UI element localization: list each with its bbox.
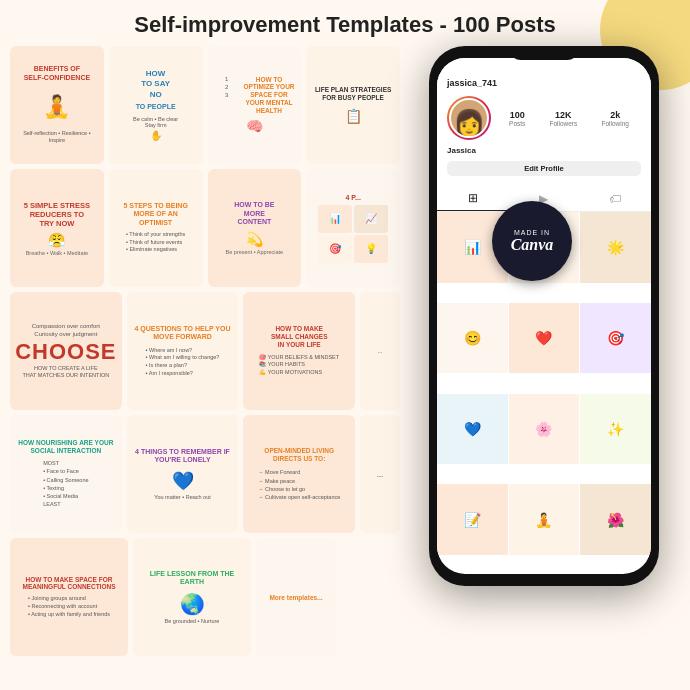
template-card-move-forward: 4 QUESTIONS TO HELP YOU MOVE FORWARD • W… [127, 292, 239, 410]
following-count-item: 2k Following [601, 110, 628, 127]
phone-section: jassica_741 👩 100 Posts [408, 46, 680, 661]
following-number: 2k [601, 110, 628, 120]
cards-row-2: 5 Simple StressREDUCERS TOTRY NOW 😤 Brea… [10, 169, 400, 287]
insta-post-10: 📝 [437, 484, 508, 555]
insta-post-11: 🧘 [509, 484, 580, 555]
posts-number: 100 [509, 110, 525, 120]
insta-post-8: 🌸 [509, 394, 580, 465]
choose-text: CHOOSE [15, 341, 116, 363]
insta-post-3: 🌟 [580, 212, 651, 283]
followers-label: Followers [549, 120, 577, 127]
template-card-life-lesson: LIFE LESSON FROM THE EARTH 🌏 Be grounded… [133, 538, 251, 656]
instagram-tab-grid[interactable]: ⊞ [437, 186, 508, 211]
template-card-be-optimist: 5 Steps to BeingMORE OF ANOPTIMIST • Thi… [109, 169, 203, 287]
instagram-avatar: 👩 [447, 96, 491, 140]
followers-number: 12K [549, 110, 577, 120]
insta-post-6: 🎯 [580, 303, 651, 374]
canva-badge: MADE IN Canva [492, 201, 572, 281]
posts-label: Posts [509, 120, 525, 127]
phone-screen: jassica_741 👩 100 Posts [437, 58, 651, 574]
instagram-stats-row: 👩 100 Posts 12K Followers [447, 96, 641, 140]
template-card-open-minded: OPEN-MINDED LIVING DIRECTS US TO: → Move… [243, 415, 355, 533]
cards-row-5: HOW TO MAKE SPACE FOR MEANINGFUL CONNECT… [10, 538, 400, 656]
cards-row-4: HOW NOURISHING ARE YOUR SOCIAL INTERACTI… [10, 415, 400, 533]
edit-profile-button[interactable]: Edit Profile [447, 161, 641, 176]
instagram-username: jassica_741 [447, 78, 641, 88]
template-card-partial-2: ... [360, 415, 400, 533]
template-card-partial: ... [360, 292, 400, 410]
template-card-optimize-space: 1 2 3 How to Optimize Your SPACE FOR YOU… [208, 46, 302, 164]
insta-post-12: 🌺 [580, 484, 651, 555]
template-card-small-changes: HOW TO MAKESMALL CHANGESIN YOUR LIFE 🎯 Y… [243, 292, 355, 410]
template-card-stress-reducers: 5 Simple StressREDUCERS TOTRY NOW 😤 Brea… [10, 169, 104, 287]
avatar-inner: 👩 [449, 98, 489, 138]
followers-count-item: 12K Followers [549, 110, 577, 127]
cards-row-1: Benefits ofSELF-CONFIDENCE 🧘 Self-reflec… [10, 46, 400, 164]
template-card-how-to-say-no: HOWTO SAYNO TO PEOPLE Be calm • Be clear… [109, 46, 203, 164]
main-content: Benefits ofSELF-CONFIDENCE 🧘 Self-reflec… [0, 46, 690, 669]
template-card-nourishing: HOW NOURISHING ARE YOUR SOCIAL INTERACTI… [10, 415, 122, 533]
insta-post-5: ❤️ [509, 303, 580, 374]
template-card-life-plan: Life Plan StrategiesFOR BUSY PEOPLE 📋 [306, 46, 400, 164]
canva-badge-made-text: MADE IN [514, 229, 550, 236]
posts-count-item: 100 Posts [509, 110, 525, 127]
instagram-counts: 100 Posts 12K Followers 2k Following [497, 110, 641, 127]
templates-grid: Benefits ofSELF-CONFIDENCE 🧘 Self-reflec… [10, 46, 400, 661]
phone-mockup: jassica_741 👩 100 Posts [429, 46, 659, 586]
template-card-benefits-confidence: Benefits ofSELF-CONFIDENCE 🧘 Self-reflec… [10, 46, 104, 164]
page-title: Self-improvement Templates - 100 Posts [0, 0, 690, 46]
canva-badge-logo-text: Canva [511, 236, 554, 254]
cards-row-3: Compassion over comfort Curiosity over j… [10, 292, 400, 410]
instagram-display-name: Jassica [447, 146, 641, 155]
avatar-face: 👩 [453, 110, 485, 136]
template-card-partial-3: More templates... [256, 538, 336, 656]
phone-notch [509, 46, 579, 60]
template-card-more-content: How to beMORECONTENT 💫 Be present • Appr… [208, 169, 302, 287]
template-card-meaningful-connections: HOW TO MAKE SPACE FOR MEANINGFUL CONNECT… [10, 538, 128, 656]
template-card-choose: Compassion over comfort Curiosity over j… [10, 292, 122, 410]
insta-post-7: 💙 [437, 394, 508, 465]
instagram-tab-tagged[interactable]: 🏷 [580, 186, 651, 211]
template-card-4posts: 4 P... 📊 📈 🎯 💡 [306, 169, 400, 287]
insta-post-9: ✨ [580, 394, 651, 465]
insta-post-4: 😊 [437, 303, 508, 374]
template-card-if-lonely: 4 THINGS TO REMEMBER IF YOU'RE LONELY 💙 … [127, 415, 239, 533]
following-label: Following [601, 120, 628, 127]
instagram-header: jassica_741 👩 100 Posts [437, 58, 651, 182]
